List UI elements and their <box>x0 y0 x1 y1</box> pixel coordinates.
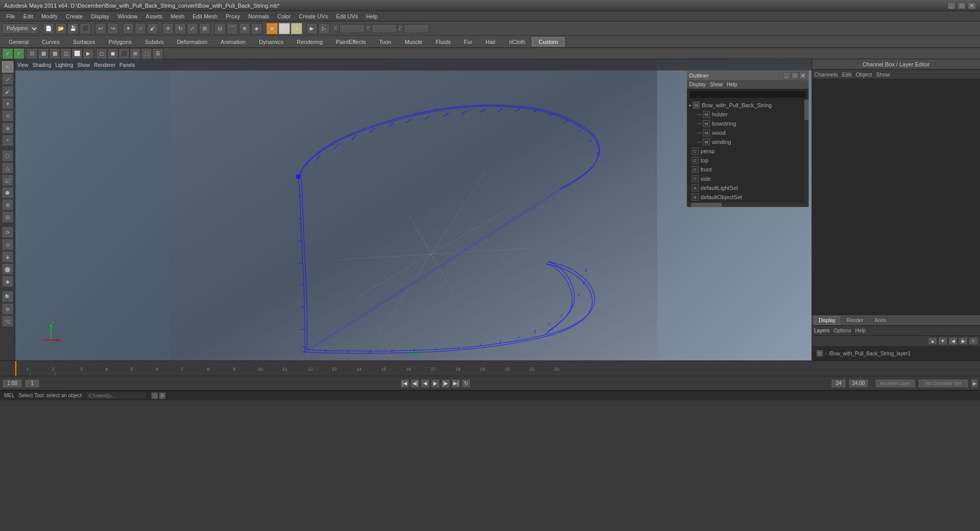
icon-8[interactable]: ▶ <box>83 48 94 59</box>
vp-renderer-menu[interactable]: Renderer <box>94 62 115 68</box>
menu-normals[interactable]: Normals <box>244 12 273 20</box>
rb-tab-display[interactable]: Display <box>814 316 840 325</box>
layer-tab-layers[interactable]: Layers <box>814 328 829 333</box>
menu-file[interactable]: File <box>2 12 19 20</box>
outliner-close[interactable]: ✕ <box>799 72 806 79</box>
undo-button[interactable]: ↩ <box>95 23 106 34</box>
icon-1[interactable]: ✓ <box>2 48 13 59</box>
loop-button[interactable]: ↻ <box>461 379 471 388</box>
script-path[interactable]: C:\Users\[u... <box>86 392 147 400</box>
go-end-button[interactable]: ▶| <box>451 379 460 388</box>
y-field[interactable] <box>372 24 397 33</box>
outliner-item-front[interactable]: C front <box>687 165 808 174</box>
light-2[interactable]: ● <box>279 23 290 34</box>
icon-3[interactable]: ⊡ <box>27 48 38 59</box>
menu-help[interactable]: Help <box>362 12 382 20</box>
tool-8[interactable]: ⬡ <box>2 150 13 161</box>
icon-13[interactable]: ⬚ <box>141 48 152 59</box>
paint-select-tool[interactable]: 🖌 <box>2 86 13 97</box>
outliner-item-persp[interactable]: C persp <box>687 147 808 156</box>
timeline[interactable]: 1 2 3 4 5 6 7 8 9 10 11 12 13 14 15 16 1… <box>0 360 980 376</box>
tb-btn-4[interactable]: ⬛ <box>80 23 91 34</box>
layer-btn-4[interactable]: ▶ <box>959 337 968 345</box>
icon-5[interactable]: ▩ <box>49 48 60 59</box>
outliner-item-bowstring[interactable]: — M bowstring <box>687 119 808 128</box>
tab-surfaces[interactable]: Surfaces <box>66 37 102 46</box>
layer-btn-1[interactable]: ▲ <box>928 337 937 345</box>
menu-create-uvs[interactable]: Create UVs <box>295 12 332 20</box>
outliner-scrollbar-thumb[interactable] <box>804 100 808 120</box>
layer-btn-2[interactable]: ▼ <box>938 337 947 345</box>
tool-2[interactable]: ⤢ <box>2 74 13 85</box>
tab-polygons[interactable]: Polygons <box>102 37 138 46</box>
select-tool[interactable]: ↖ <box>2 61 13 73</box>
layer-btn-new[interactable]: + <box>969 337 978 345</box>
z-field[interactable] <box>404 24 429 33</box>
vp-show-menu[interactable]: Show <box>77 62 90 68</box>
timeline-expand-button[interactable]: ▶ <box>971 379 978 388</box>
outliner-minimize[interactable]: _ <box>783 72 790 79</box>
vp-lighting-menu[interactable]: Lighting <box>55 62 73 68</box>
script-btn-1[interactable]: □ <box>151 392 158 399</box>
icon-10[interactable]: ◼ <box>107 48 118 59</box>
anim-end-frame[interactable] <box>848 379 869 388</box>
menu-proxy[interactable]: Proxy <box>222 12 244 20</box>
outliner-item-wood[interactable]: — M wood <box>687 128 808 137</box>
outliner-show-menu[interactable]: Show <box>710 82 723 87</box>
outliner-item-winding[interactable]: — M winding <box>687 137 808 147</box>
icon-14[interactable]: ☰ <box>152 48 163 59</box>
select-button[interactable]: ✦ <box>122 23 134 34</box>
outliner-item-default-light-set[interactable]: S defaultLightSet <box>687 183 808 192</box>
layer-tab-help[interactable]: Help <box>855 328 866 333</box>
tool-13[interactable]: ⊟ <box>2 211 13 223</box>
render-button[interactable]: ▶ <box>306 23 317 34</box>
snap-point-button[interactable]: ⊕ <box>239 23 250 34</box>
outliner-h-scroll[interactable] <box>687 203 808 207</box>
tab-fur[interactable]: Fur <box>457 37 479 46</box>
tool-14[interactable]: ⟳ <box>2 227 13 238</box>
script-btn-2[interactable]: ✕ <box>159 392 166 399</box>
anim-start-frame[interactable] <box>2 379 22 388</box>
icon-6[interactable]: ◫ <box>60 48 71 59</box>
menu-assets[interactable]: Assets <box>141 12 166 20</box>
snap-surface-button[interactable]: ◈ <box>251 23 262 34</box>
menu-edit-mesh[interactable]: Edit Mesh <box>188 12 222 20</box>
icon-11[interactable]: ⬛ <box>118 48 130 59</box>
x-field[interactable] <box>339 24 365 33</box>
tab-painteffects[interactable]: PaintEffects <box>329 37 373 46</box>
tool-18[interactable]: ◆ <box>2 276 13 287</box>
tab-subdvs[interactable]: Subdvs <box>138 37 170 46</box>
vp-view-menu[interactable]: View <box>17 62 29 68</box>
outliner-h-scrollbar-thumb[interactable] <box>691 203 722 207</box>
play-forward-button[interactable]: ▶ <box>431 379 440 388</box>
tab-fluids[interactable]: Fluids <box>429 37 457 46</box>
outliner-scrollbar[interactable] <box>804 100 808 203</box>
play-back-button[interactable]: ◀ <box>421 379 430 388</box>
tab-hair[interactable]: Hair <box>479 37 502 46</box>
vp-shading-menu[interactable]: Shading <box>33 62 52 68</box>
menu-window[interactable]: Window <box>113 12 141 20</box>
icon-12[interactable]: ⊞ <box>130 48 141 59</box>
icon-4[interactable]: ▦ <box>38 48 49 59</box>
go-start-button[interactable]: |◀ <box>400 379 409 388</box>
open-file-button[interactable]: 📂 <box>55 23 66 34</box>
layer-visibility[interactable]: V <box>816 350 823 357</box>
maximize-button[interactable]: □ <box>958 2 966 9</box>
menu-display[interactable]: Display <box>87 12 113 20</box>
close-button[interactable]: ✕ <box>968 2 976 9</box>
outliner-item-default-object-set[interactable]: S defaultObjectSet <box>687 192 808 202</box>
tool-19[interactable]: 🔍 <box>2 291 13 302</box>
channel-tab-object[interactable]: Object <box>855 71 872 78</box>
transform-button[interactable]: ⊞ <box>199 23 210 34</box>
tool-4[interactable]: ✦ <box>2 98 13 109</box>
outliner-item-holder[interactable]: — M holder <box>687 110 808 119</box>
menu-modify[interactable]: Modify <box>37 12 62 20</box>
tab-deformation[interactable]: Deformation <box>170 37 214 46</box>
ipr-button[interactable]: ▷ <box>318 23 330 34</box>
minimize-button[interactable]: _ <box>947 2 955 9</box>
outliner-display-menu[interactable]: Display <box>689 82 706 87</box>
icon-7[interactable]: ⬜ <box>71 48 83 59</box>
tab-rendering[interactable]: Rendering <box>290 37 330 46</box>
outliner-search-input[interactable] <box>689 90 806 99</box>
tool-6[interactable]: ⊕ <box>2 123 13 134</box>
